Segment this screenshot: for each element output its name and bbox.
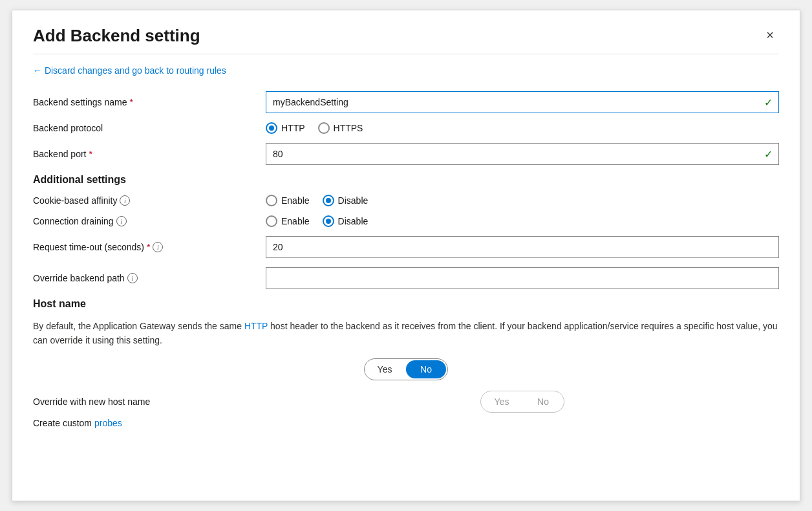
cookie-affinity-enable-radio[interactable] xyxy=(266,195,277,206)
backend-protocol-radio-group: HTTP HTTPS xyxy=(266,122,779,134)
add-backend-setting-dialog: Add Backend setting × ← Discard changes … xyxy=(12,10,800,501)
cookie-affinity-info-icon[interactable]: i xyxy=(120,195,130,206)
connection-draining-info-icon[interactable]: i xyxy=(116,216,127,226)
host-name-toggle[interactable]: Yes No xyxy=(364,358,448,380)
host-name-title: Host name xyxy=(33,298,779,310)
request-timeout-label: Request time-out (seconds) * i xyxy=(33,242,266,252)
name-valid-check-icon: ✓ xyxy=(764,96,773,109)
cookie-affinity-radio-group: Enable Disable xyxy=(266,195,779,206)
back-link[interactable]: ← Discard changes and go back to routing… xyxy=(33,65,226,76)
host-name-toggle-wrapper: Yes No xyxy=(33,358,779,380)
cookie-based-affinity-row: Cookie-based affinity i Enable Disable xyxy=(33,195,779,206)
host-name-description: By default, the Application Gateway send… xyxy=(33,319,779,348)
override-backend-path-control xyxy=(266,267,779,289)
request-timeout-input[interactable] xyxy=(266,236,779,258)
cookie-affinity-enable-option[interactable]: Enable xyxy=(266,195,310,206)
override-new-hostname-yes: Yes xyxy=(481,391,522,412)
request-timeout-info-icon[interactable]: i xyxy=(153,242,163,252)
cookie-affinity-enable-label: Enable xyxy=(281,195,310,206)
connection-draining-enable-option[interactable]: Enable xyxy=(266,215,310,227)
required-star: * xyxy=(130,97,133,107)
connection-draining-disable-option[interactable]: Disable xyxy=(323,215,369,227)
backend-port-row: Backend port * ✓ xyxy=(33,143,779,165)
override-backend-path-label: Override backend path i xyxy=(33,273,266,283)
override-backend-path-row: Override backend path i xyxy=(33,267,779,289)
protocol-https-radio[interactable] xyxy=(318,122,330,134)
cookie-affinity-label: Cookie-based affinity i xyxy=(33,195,266,206)
backend-protocol-control: HTTP HTTPS xyxy=(266,122,779,134)
protocol-http-radio[interactable] xyxy=(266,122,277,134)
connection-draining-enable-radio[interactable] xyxy=(266,215,277,227)
backend-port-input[interactable] xyxy=(266,143,779,165)
backend-protocol-label: Backend protocol xyxy=(33,123,266,133)
connection-draining-radio-group: Enable Disable xyxy=(266,215,779,227)
backend-port-label: Backend port * xyxy=(33,149,266,159)
header-divider xyxy=(33,54,779,54)
host-name-section: Host name By default, the Application Ga… xyxy=(33,298,779,428)
protocol-https-label: HTTPS xyxy=(334,123,363,133)
connection-draining-disable-radio[interactable] xyxy=(323,215,334,227)
backend-settings-name-control: ✓ xyxy=(266,91,779,113)
request-timeout-row: Request time-out (seconds) * i xyxy=(33,236,779,258)
create-probes-link[interactable]: probes xyxy=(94,418,122,428)
connection-draining-disable-label: Disable xyxy=(338,216,369,226)
backend-port-control: ✓ xyxy=(266,143,779,165)
backend-settings-name-input[interactable] xyxy=(266,91,779,113)
port-valid-check-icon: ✓ xyxy=(764,148,773,160)
cookie-affinity-disable-option[interactable]: Disable xyxy=(323,195,369,206)
backend-protocol-row: Backend protocol HTTP HTTPS xyxy=(33,122,779,134)
override-new-hostname-toggle: Yes No xyxy=(480,391,564,413)
dialog-title: Add Backend setting xyxy=(33,26,200,46)
additional-settings-title: Additional settings xyxy=(33,174,779,186)
connection-draining-label: Connection draining i xyxy=(33,216,266,226)
dialog-header: Add Backend setting × xyxy=(33,26,779,46)
override-new-hostname-no: No xyxy=(522,391,564,412)
protocol-http-option[interactable]: HTTP xyxy=(266,122,305,134)
back-link-text: ← Discard changes and go back to routing… xyxy=(33,65,226,76)
backend-settings-name-row: Backend settings name * ✓ xyxy=(33,91,779,113)
host-name-toggle-no[interactable]: No xyxy=(406,360,446,378)
override-new-hostname-toggle-container: Yes No xyxy=(266,391,779,413)
backend-settings-name-label: Backend settings name * xyxy=(33,97,266,107)
protocol-https-option[interactable]: HTTPS xyxy=(318,122,363,134)
port-required-star: * xyxy=(89,149,92,159)
protocol-http-label: HTTP xyxy=(281,123,305,133)
timeout-required-star: * xyxy=(147,242,150,252)
request-timeout-control xyxy=(266,236,779,258)
http-link-text: HTTP xyxy=(244,321,268,331)
cookie-affinity-disable-label: Disable xyxy=(338,195,369,206)
host-name-toggle-yes[interactable]: Yes xyxy=(365,359,405,380)
override-new-hostname-row: Override with new host name Yes No xyxy=(33,391,779,413)
cookie-affinity-control: Enable Disable xyxy=(266,195,779,206)
connection-draining-enable-label: Enable xyxy=(281,216,310,226)
override-new-hostname-label: Override with new host name xyxy=(33,397,266,407)
close-button[interactable]: × xyxy=(761,26,779,44)
create-probes-row: Create custom probes xyxy=(33,418,779,428)
cookie-affinity-disable-radio[interactable] xyxy=(323,195,334,206)
override-backend-path-info-icon[interactable]: i xyxy=(127,273,138,283)
connection-draining-control: Enable Disable xyxy=(266,215,779,227)
override-backend-path-input[interactable] xyxy=(266,267,779,289)
connection-draining-row: Connection draining i Enable Disable xyxy=(33,215,779,227)
